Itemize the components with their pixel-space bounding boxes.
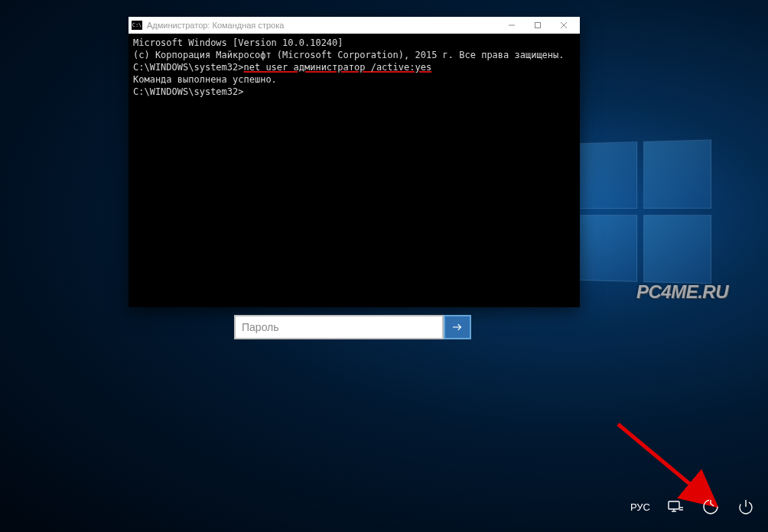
svg-rect-6 [669,501,679,509]
password-row [234,315,471,339]
cmd-body[interactable]: Microsoft Windows [Version 10.0.10240](c… [129,34,580,307]
cmd-output-line: C:\WINDOWS\system32>net user администрат… [133,61,575,73]
cmd-entered-command: net user администратор /active:yes [244,62,432,73]
cmd-output-line: Команда выполнена успешно. [133,73,575,86]
ease-of-access-icon[interactable] [701,497,721,517]
titlebar[interactable]: C:\ Администратор: Командная строка [129,17,580,34]
system-tray: РУС [630,497,756,517]
svg-line-5 [618,424,710,501]
cmd-prompt: C:\WINDOWS\system32> [133,86,575,98]
close-button[interactable] [551,18,577,33]
cmd-output-line: (c) Корпорация Майкрософт (Microsoft Cor… [133,49,575,61]
password-input[interactable] [234,315,444,339]
maximize-button[interactable] [525,18,551,33]
svg-rect-1 [535,23,541,28]
power-icon[interactable] [736,497,756,517]
submit-button[interactable] [444,315,471,339]
watermark-text: PC4ME.RU [636,281,728,303]
cmd-output-line: Microsoft Windows [Version 10.0.10240] [133,37,575,49]
arrow-right-icon [451,320,464,334]
windows-logo [573,139,716,288]
language-indicator[interactable]: РУС [630,501,650,513]
window-title: Администратор: Командная строка [147,21,494,30]
minimize-button[interactable] [499,18,525,33]
network-icon[interactable] [665,497,685,517]
cmd-window: C:\ Администратор: Командная строка Micr… [129,17,580,307]
cmd-icon: C:\ [132,21,142,30]
